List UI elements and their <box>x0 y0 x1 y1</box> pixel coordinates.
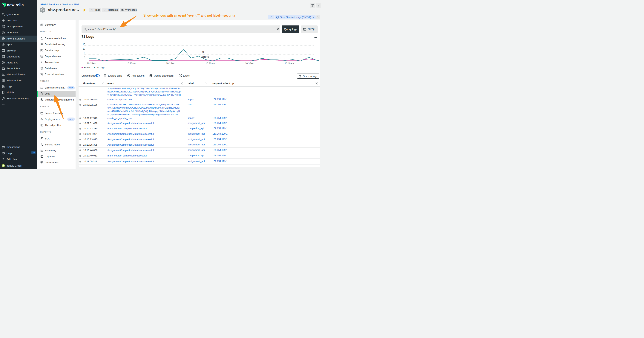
svg-text:10: 10 <box>83 48 85 50</box>
svg-text:10:35am: 10:35am <box>245 62 254 65</box>
svg-text:10:15am: 10:15am <box>87 62 96 65</box>
svg-text:10:30am: 10:30am <box>206 62 215 65</box>
svg-text:10:25am: 10:25am <box>166 62 175 65</box>
svg-text:5: 5 <box>84 52 85 55</box>
svg-text:15: 15 <box>83 43 85 46</box>
svg-text:Errors: Errors <box>202 55 209 58</box>
svg-text:0: 0 <box>84 56 85 59</box>
svg-text:10:40am: 10:40am <box>284 62 294 65</box>
svg-text:10:20am: 10:20am <box>126 62 136 65</box>
svg-text:0: 0 <box>202 50 204 53</box>
